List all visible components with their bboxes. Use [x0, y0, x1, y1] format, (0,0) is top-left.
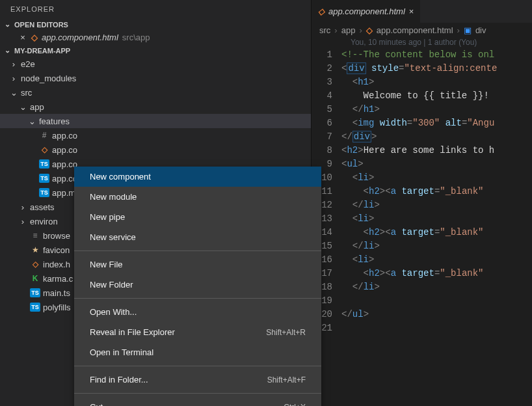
html5-icon: ◇ — [366, 25, 373, 35]
tree-file[interactable]: ◇app.co — [0, 142, 311, 157]
tree-label: e2e — [21, 59, 35, 69]
tree-folder[interactable]: ›node_modules — [0, 71, 311, 85]
breadcrumb-segment[interactable]: div — [475, 25, 486, 35]
karma-icon: K — [33, 274, 38, 283]
project-header[interactable]: ⌄ MY-DREAM-APP — [0, 44, 311, 57]
line-number: 2 — [312, 62, 332, 75]
context-menu-label: New service — [90, 232, 136, 242]
tree-folder[interactable]: ›e2e — [0, 57, 311, 71]
line-number: 4 — [312, 89, 332, 103]
context-menu[interactable]: New componentNew moduleNew pipeNew servi… — [74, 167, 321, 406]
star-icon: ★ — [32, 245, 39, 254]
tree-label: features — [39, 116, 70, 126]
close-icon[interactable]: × — [409, 7, 414, 16]
line-number: 5 — [312, 103, 332, 116]
context-menu-label: Cut — [90, 402, 103, 406]
chevron-right-icon: › — [334, 25, 337, 35]
context-menu-item[interactable]: New pipe — [74, 207, 321, 227]
code-content[interactable]: <!--The content below is onl<div style="… — [341, 48, 532, 335]
context-menu-label: New Folder — [90, 280, 133, 290]
context-menu-item[interactable]: New module — [74, 187, 321, 207]
context-menu-item[interactable]: CutCtrl+X — [74, 397, 321, 406]
context-menu-item[interactable]: Open in Terminal — [74, 342, 321, 362]
explorer-title: EXPLORER — [0, 0, 311, 18]
chevron-right-icon: › — [9, 59, 18, 69]
tree-label: src — [21, 88, 32, 98]
html5-icon: ◇ — [318, 7, 325, 16]
context-menu-separator — [74, 298, 321, 299]
chevron-down-icon: ⌄ — [27, 116, 36, 126]
tree-folder[interactable]: ⌄features — [0, 114, 311, 128]
typescript-icon: TS — [39, 159, 49, 169]
project-name: MY-DREAM-APP — [14, 47, 70, 55]
typescript-icon: TS — [30, 288, 40, 297]
open-editor-path: src\app — [122, 33, 150, 42]
context-menu-label: Open With... — [90, 307, 137, 317]
line-number: 8 — [312, 144, 332, 157]
breadcrumb-segment[interactable]: app.component.html — [377, 25, 453, 35]
keyboard-shortcut: Shift+Alt+F — [267, 375, 306, 385]
close-icon[interactable]: × — [18, 33, 27, 42]
typescript-icon: TS — [30, 303, 40, 312]
line-number: 1 — [312, 48, 332, 62]
context-menu-item[interactable]: Open With... — [74, 302, 321, 322]
tree-folder[interactable]: ⌄src — [0, 85, 311, 100]
hash-icon: # — [42, 131, 47, 140]
chevron-down-icon: ⌄ — [3, 20, 12, 29]
html5-icon: ◇ — [42, 145, 47, 154]
tree-label: assets — [30, 202, 55, 212]
tree-label: environ — [30, 217, 58, 226]
tab-label: app.component.html — [328, 7, 405, 16]
chevron-down-icon: ⌄ — [3, 46, 12, 55]
context-menu-label: Reveal in File Explorer — [90, 327, 175, 337]
keyboard-shortcut: Ctrl+X — [284, 403, 306, 407]
context-menu-item[interactable]: Reveal in File ExplorerShift+Alt+R — [74, 322, 321, 342]
context-menu-separator — [74, 250, 321, 251]
line-number: 3 — [312, 75, 332, 89]
chevron-right-icon: › — [18, 202, 27, 212]
context-menu-separator — [74, 393, 321, 394]
tab-bar: ◇ app.component.html × — [312, 0, 532, 23]
typescript-icon: TS — [39, 174, 49, 183]
chevron-down-icon: ⌄ — [18, 102, 27, 112]
tab-app-component[interactable]: ◇ app.component.html × — [312, 0, 421, 23]
context-menu-label: Find in Folder... — [90, 375, 148, 385]
chevron-down-icon: ⌄ — [9, 88, 18, 98]
context-menu-item[interactable]: New Folder — [74, 275, 321, 295]
chevron-right-icon: › — [9, 74, 18, 83]
context-menu-label: New File — [90, 260, 123, 269]
html5-icon: ◇ — [33, 260, 38, 269]
context-menu-item[interactable]: New service — [74, 227, 321, 247]
breadcrumb[interactable]: src › app › ◇ app.component.html › ▣ div — [312, 23, 532, 38]
context-menu-label: New component — [90, 172, 151, 182]
editor-pane: ◇ app.component.html × src › app › ◇ app… — [311, 0, 532, 406]
open-editors-label: OPEN EDITORS — [14, 21, 68, 29]
tree-label: app.m — [52, 188, 75, 198]
context-menu-separator — [74, 366, 321, 366]
context-menu-label: New module — [90, 192, 137, 202]
chevron-right-icon: › — [18, 217, 27, 226]
chevron-right-icon: › — [457, 25, 460, 35]
open-editor-item[interactable]: × ◇ app.component.html src\app — [0, 31, 311, 44]
tree-label: karma.c — [43, 274, 73, 284]
html5-icon: ◇ — [31, 33, 38, 42]
tree-label: main.ts — [43, 288, 70, 298]
breadcrumb-segment[interactable]: app — [341, 25, 356, 35]
tree-label: browse — [43, 231, 70, 241]
tree-label: polyfills — [43, 303, 71, 312]
tree-folder[interactable]: ⌄app — [0, 100, 311, 114]
git-blame-annotation: You, 10 minutes ago | 1 author (You) — [312, 38, 532, 48]
open-editors-header[interactable]: ⌄ OPEN EDITORS — [0, 18, 311, 31]
list-icon: ≡ — [33, 231, 37, 240]
context-menu-item[interactable]: New component — [74, 167, 321, 187]
code-editor[interactable]: 123456789101112131415161718192021 <!--Th… — [312, 48, 532, 335]
context-menu-item[interactable]: Find in Folder...Shift+Alt+F — [74, 370, 321, 390]
tree-label: favicon — [43, 245, 70, 255]
open-editor-filename: app.component.html — [42, 33, 118, 42]
breadcrumb-segment[interactable]: src — [319, 25, 330, 35]
context-menu-label: New pipe — [90, 212, 125, 222]
tree-file[interactable]: #app.co — [0, 128, 311, 142]
tree-label: node_modules — [21, 74, 76, 83]
typescript-icon: TS — [39, 188, 49, 197]
context-menu-item[interactable]: New File — [74, 254, 321, 275]
